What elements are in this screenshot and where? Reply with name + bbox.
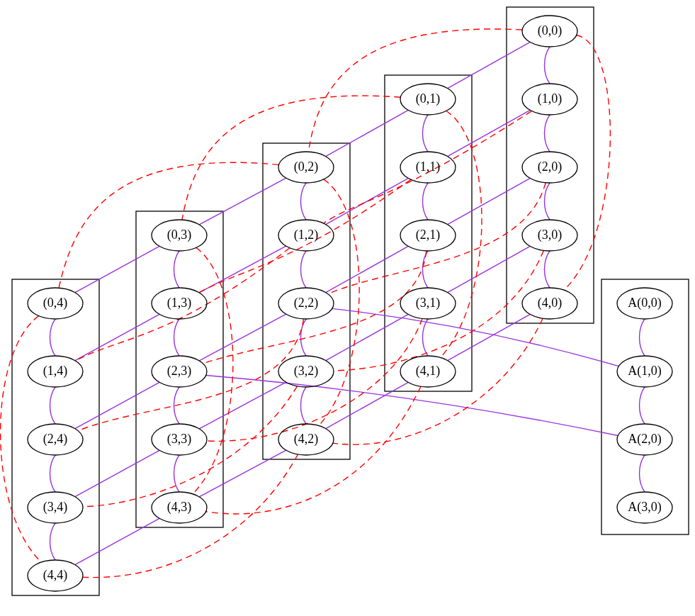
graph-node: (3,3) xyxy=(152,424,207,455)
graph-node: (1,1) xyxy=(400,152,456,183)
cluster-rect xyxy=(601,279,689,534)
edge-diagonal xyxy=(75,382,159,428)
edge-cross xyxy=(332,308,619,366)
edge-vertical xyxy=(174,251,180,288)
edge-vertical xyxy=(301,251,307,288)
edge-vertical xyxy=(50,319,56,356)
edge-vertical xyxy=(423,183,429,220)
edge-vertical xyxy=(545,115,550,152)
graph-node: (0,1) xyxy=(400,84,456,115)
edge-vertical xyxy=(174,319,180,356)
graph-node: (1,0) xyxy=(522,84,577,115)
node-label: (0,1) xyxy=(416,91,441,106)
graph-node: A(1,0) xyxy=(617,356,672,387)
graph-node: A(2,0) xyxy=(617,424,672,455)
node-label: (0,3) xyxy=(167,228,192,242)
graph-node: (2,3) xyxy=(152,356,207,387)
node-label: (1,1) xyxy=(416,159,441,174)
edge-dashed xyxy=(308,29,522,152)
graph-diagram: (0,0)(1,0)(2,0)(3,0)(4,0)(0,1)(1,1)(2,1)… xyxy=(0,0,695,616)
edge-diagonal xyxy=(326,314,409,360)
node-label: (0,0) xyxy=(538,23,563,38)
node-label: (3,3) xyxy=(167,432,192,447)
edge-diagonal xyxy=(448,178,531,224)
edge-diagonal xyxy=(199,382,286,429)
edge-diagonal xyxy=(75,246,159,292)
edge-dashed xyxy=(83,386,297,507)
node-label: (3,0) xyxy=(538,228,563,242)
graph-node: (4,4) xyxy=(28,560,83,591)
edge-dashed xyxy=(564,35,610,290)
edge-dashed xyxy=(1,316,42,562)
edge-vertical xyxy=(50,387,56,424)
edge-diagonal xyxy=(326,246,409,292)
edge-dashed xyxy=(193,247,233,493)
node-label: (4,4) xyxy=(43,568,68,583)
graph-node: (1,3) xyxy=(152,288,207,319)
graph-node: (2,1) xyxy=(400,220,456,251)
cluster-layer xyxy=(12,7,689,595)
graph-node: (3,1) xyxy=(400,288,456,319)
node-label: (2,1) xyxy=(416,228,441,242)
node-label: (4,3) xyxy=(167,500,192,515)
node-label: A(1,0) xyxy=(628,364,662,379)
graph-node: (0,2) xyxy=(278,152,334,183)
edge-vertical xyxy=(640,387,645,424)
node-label: (1,4) xyxy=(43,364,68,379)
graph-node: (4,2) xyxy=(278,424,334,455)
node-label: (2,0) xyxy=(538,159,563,174)
edge-dashed xyxy=(334,250,543,371)
node-label: A(0,0) xyxy=(628,296,662,310)
edge-vertical xyxy=(640,319,645,356)
graph-node: (4,3) xyxy=(152,492,207,523)
graph-node: (3,2) xyxy=(278,356,334,387)
edge-vertical xyxy=(545,183,550,220)
edge-dashed xyxy=(319,179,359,426)
node-label: (0,2) xyxy=(294,159,319,174)
node-label: (3,2) xyxy=(294,364,319,379)
edge-dashed xyxy=(333,318,543,444)
graph-node: (4,1) xyxy=(400,356,456,387)
edge-vertical xyxy=(423,115,429,152)
node-label: (4,0) xyxy=(538,296,563,310)
edge-dashed xyxy=(441,111,482,357)
edge-vertical xyxy=(301,387,307,424)
node-label: (0,4) xyxy=(43,296,68,310)
edge-diagonal xyxy=(448,246,531,292)
graph-node: (2,4) xyxy=(28,424,83,455)
node-label: (2,2) xyxy=(294,296,319,310)
graph-node: (1,2) xyxy=(278,220,334,251)
node-label: A(2,0) xyxy=(628,432,662,447)
edge-vertical xyxy=(50,455,56,492)
edge-vertical xyxy=(640,455,645,492)
graph-node: (3,0) xyxy=(522,220,577,251)
graph-node: (0,4) xyxy=(28,288,83,319)
graph-node: A(3,0) xyxy=(617,492,672,523)
node-label: (1,2) xyxy=(294,228,319,242)
edge-diagonal xyxy=(75,518,159,564)
graph-node: (2,2) xyxy=(278,288,334,319)
graph-node: (4,0) xyxy=(522,288,577,319)
edge-vertical xyxy=(50,523,56,560)
graph-node: (2,0) xyxy=(522,152,577,183)
edge-diagonal xyxy=(448,110,531,156)
node-label: (4,2) xyxy=(294,432,319,447)
graph-node: (0,3) xyxy=(152,220,207,251)
edge-vertical xyxy=(545,251,550,288)
node-label: (2,4) xyxy=(43,432,68,447)
edge-vertical xyxy=(301,319,307,356)
edge-vertical xyxy=(301,183,307,220)
edge-dashed xyxy=(59,162,279,288)
edge-diagonal xyxy=(75,450,159,496)
node-label: (1,3) xyxy=(167,296,192,310)
edge-diagonal xyxy=(326,110,409,156)
edge-diagonal xyxy=(199,314,286,361)
edge-vertical xyxy=(423,319,429,356)
node-label: (2,3) xyxy=(167,364,192,379)
edge-diagonal xyxy=(448,314,531,360)
node-label: (3,1) xyxy=(416,296,441,310)
edge-diagonal xyxy=(448,42,531,88)
edge-diagonal xyxy=(199,178,286,225)
edge-dashed xyxy=(207,319,422,442)
edge-diagonal xyxy=(75,314,159,360)
